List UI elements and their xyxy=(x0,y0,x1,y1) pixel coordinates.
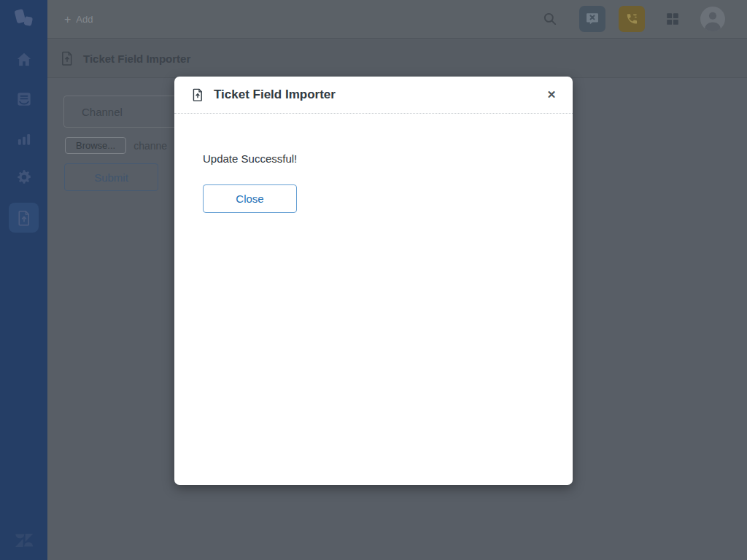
sidebar-item-views[interactable] xyxy=(0,89,47,109)
sidebar-item-reports[interactable] xyxy=(0,128,47,149)
status-message: Update Successful! xyxy=(203,152,544,165)
sidebar-item-ticket-field-importer[interactable] xyxy=(9,203,39,233)
avatar[interactable] xyxy=(700,7,725,31)
app-logo-icon[interactable] xyxy=(10,6,36,32)
bar-chart-icon xyxy=(15,129,34,148)
zendesk-logo-icon xyxy=(13,529,35,551)
sidebar xyxy=(0,0,47,560)
close-icon[interactable]: ✕ xyxy=(543,86,560,104)
phone-button[interactable] xyxy=(619,6,645,32)
sidebar-item-home[interactable] xyxy=(0,50,47,70)
modal-title: Ticket Field Importer xyxy=(214,88,336,102)
page-header: Ticket Field Importer xyxy=(47,39,747,78)
file-upload-icon xyxy=(190,87,205,103)
app-window: + Add xyxy=(0,0,747,560)
file-upload-icon xyxy=(59,50,75,67)
chat-button[interactable] xyxy=(579,6,605,32)
add-tab-label: Add xyxy=(76,14,93,25)
sidebar-item-settings[interactable] xyxy=(0,168,47,188)
apps-grid-icon[interactable] xyxy=(665,11,681,27)
chat-icon xyxy=(584,11,600,27)
channel-select-value: Channel xyxy=(82,106,123,118)
file-name-label: channe xyxy=(133,140,167,152)
gear-icon xyxy=(15,168,34,187)
close-button[interactable]: Close xyxy=(203,184,297,213)
file-upload-icon xyxy=(15,209,33,227)
ticket-field-importer-modal: Ticket Field Importer ✕ Update Successfu… xyxy=(174,77,573,485)
file-input-row: Browse... channe xyxy=(65,137,167,154)
add-tab[interactable]: + Add xyxy=(64,0,93,39)
views-icon xyxy=(15,90,34,109)
submit-button[interactable]: Submit xyxy=(64,163,158,191)
browse-button[interactable]: Browse... xyxy=(65,137,126,154)
top-nav-bar: + Add xyxy=(47,0,747,39)
home-icon xyxy=(15,50,34,69)
search-icon[interactable] xyxy=(542,11,558,27)
page-title: Ticket Field Importer xyxy=(83,52,190,65)
phone-icon xyxy=(624,11,640,27)
modal-body: Update Successful! Close xyxy=(174,114,573,213)
plus-icon: + xyxy=(64,14,71,26)
modal-header: Ticket Field Importer ✕ xyxy=(174,77,573,114)
